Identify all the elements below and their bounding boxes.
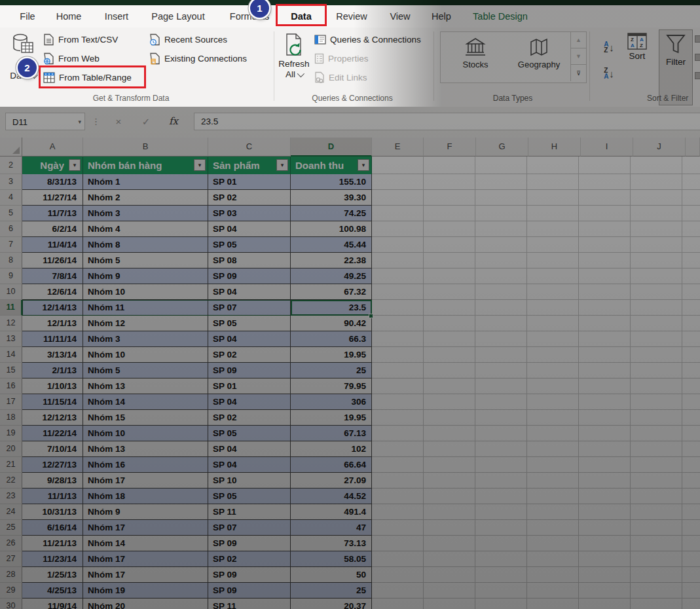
row-header-19[interactable]: 19 (0, 426, 22, 441)
cell[interactable]: Nhóm 17 (83, 567, 208, 583)
cell[interactable]: SP 02 (208, 410, 291, 426)
tab-help[interactable]: Help (424, 5, 458, 28)
tab-home[interactable]: Home (50, 5, 88, 28)
cell[interactable]: SP 04 (208, 441, 291, 457)
cell[interactable]: 73.13 (291, 536, 372, 551)
cell[interactable]: Nhóm 16 (83, 457, 208, 473)
name-box-dropdown-icon[interactable]: ▾ (78, 113, 81, 131)
row-header-27[interactable]: 27 (0, 551, 22, 567)
cell[interactable]: Nhóm 11 (83, 300, 208, 316)
empty-cells-area[interactable] (372, 174, 700, 609)
select-all-corner[interactable] (0, 138, 22, 157)
table-header-cell[interactable]: Ngày▾ (22, 157, 83, 174)
fill-handle[interactable] (369, 314, 373, 318)
cell[interactable]: 11/23/14 (22, 551, 83, 567)
column-header-B[interactable]: B (83, 138, 208, 157)
row-header-11[interactable]: 11 (0, 300, 22, 316)
cell[interactable]: 102 (291, 441, 372, 457)
stocks-button[interactable]: Stocks (442, 32, 509, 81)
cell[interactable]: 1/10/13 (22, 378, 83, 394)
cell[interactable]: SP 05 (208, 316, 291, 331)
cell[interactable]: SP 07 (208, 520, 291, 536)
row-header-10[interactable]: 10 (0, 284, 22, 300)
cell[interactable]: Nhóm 10 (83, 284, 208, 300)
cell[interactable]: 11/11/14 (22, 331, 83, 347)
column-header-H[interactable]: H (528, 138, 581, 157)
cell[interactable]: SP 01 (208, 174, 291, 190)
cell[interactable]: Nhóm 17 (83, 551, 208, 567)
cell[interactable]: Nhóm 4 (83, 221, 208, 237)
cell[interactable]: SP 05 (208, 489, 291, 504)
cell[interactable]: Nhóm 19 (83, 583, 208, 599)
row-header-23[interactable]: 23 (0, 489, 22, 504)
tab-insert[interactable]: Insert (97, 5, 136, 28)
row-header-7[interactable]: 7 (0, 237, 22, 253)
cell[interactable]: 9/28/13 (22, 473, 83, 489)
cell[interactable]: 11/9/14 (22, 599, 83, 609)
cell[interactable]: Nhóm 17 (83, 520, 208, 536)
column-header-G[interactable]: G (476, 138, 528, 157)
cell[interactable]: 8/31/13 (22, 174, 83, 190)
row-header-18[interactable]: 18 (0, 410, 22, 426)
cell[interactable]: 12/12/13 (22, 410, 83, 426)
cell[interactable]: 23.5 (291, 300, 372, 316)
row-header-15[interactable]: 15 (0, 363, 22, 378)
cell[interactable]: 12/1/13 (22, 316, 83, 331)
row-header-3[interactable]: 3 (0, 174, 22, 190)
cell[interactable]: 11/27/14 (22, 190, 83, 206)
tab-file[interactable]: File (13, 5, 42, 28)
cell[interactable]: 12/14/13 (22, 300, 83, 316)
row-header-4[interactable]: 4 (0, 190, 22, 206)
row-header-16[interactable]: 16 (0, 378, 22, 394)
empty-cells-row[interactable] (372, 157, 700, 174)
cell[interactable]: Nhóm 18 (83, 489, 208, 504)
table-header-cell[interactable]: Doanh thu▾ (291, 157, 372, 174)
cell[interactable]: Nhóm 8 (83, 237, 208, 253)
column-header-F[interactable]: F (424, 138, 476, 157)
cell[interactable]: 45.44 (291, 237, 372, 253)
cell[interactable]: Nhóm 1 (83, 174, 208, 190)
from-web-button[interactable]: From Web (43, 49, 100, 67)
cell[interactable]: Nhóm 17 (83, 473, 208, 489)
filter-dropdown-icon[interactable]: ▾ (69, 159, 81, 171)
row-header-17[interactable]: 17 (0, 394, 22, 410)
column-header-D[interactable]: D (291, 138, 372, 157)
cell[interactable]: 58.05 (291, 551, 372, 567)
existing-connections-button[interactable]: Existing Connections (149, 49, 247, 67)
cell[interactable]: SP 05 (208, 426, 291, 441)
cell[interactable]: Nhóm 10 (83, 347, 208, 363)
cell[interactable]: SP 09 (208, 363, 291, 378)
refresh-all-button[interactable]: Refresh All (276, 29, 312, 104)
cell[interactable]: 11/7/13 (22, 206, 83, 221)
cell[interactable]: Nhóm 9 (83, 504, 208, 520)
tab-page-layout[interactable]: Page Layout (141, 5, 215, 28)
cell[interactable]: SP 02 (208, 347, 291, 363)
filter-dropdown-icon[interactable]: ▾ (358, 159, 369, 171)
cell[interactable]: SP 09 (208, 583, 291, 599)
cell[interactable]: SP 04 (208, 331, 291, 347)
cell[interactable]: 3/13/14 (22, 347, 83, 363)
cell[interactable]: SP 04 (208, 394, 291, 410)
cell[interactable]: 49.25 (291, 268, 372, 284)
cell[interactable]: 100.98 (291, 221, 372, 237)
cell[interactable]: SP 09 (208, 268, 291, 284)
cell[interactable]: 74.25 (291, 206, 372, 221)
cell[interactable]: 4/25/13 (22, 583, 83, 599)
row-header-13[interactable]: 13 (0, 331, 22, 347)
cell[interactable]: 25 (291, 583, 372, 599)
row-header-5[interactable]: 5 (0, 206, 22, 221)
advanced-filter-icon[interactable] (695, 72, 700, 79)
cell[interactable]: 7/10/14 (22, 441, 83, 457)
cell[interactable]: 27.09 (291, 473, 372, 489)
cell[interactable]: 155.10 (291, 174, 372, 190)
column-header-I[interactable]: I (581, 138, 633, 157)
cell[interactable]: 67.13 (291, 426, 372, 441)
sort-descending-button[interactable]: ZA↓ (597, 62, 621, 85)
cell[interactable]: 1/25/13 (22, 567, 83, 583)
cell[interactable]: 79.95 (291, 378, 372, 394)
cell[interactable]: 39.30 (291, 190, 372, 206)
cell[interactable]: 306 (291, 394, 372, 410)
filter-dropdown-icon[interactable]: ▾ (276, 159, 288, 171)
cell[interactable]: 50 (291, 567, 372, 583)
column-header-C[interactable]: C (208, 138, 291, 157)
